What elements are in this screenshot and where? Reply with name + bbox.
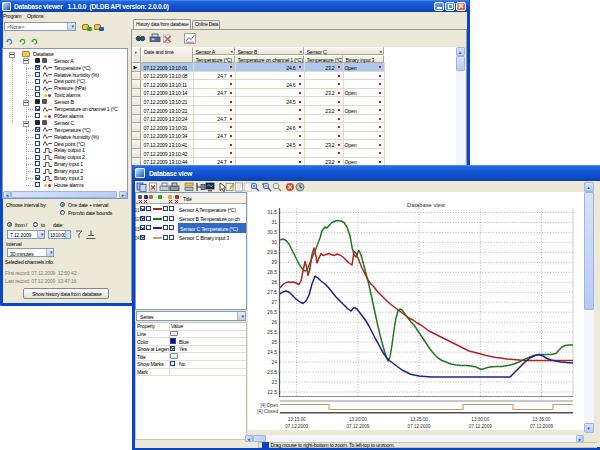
svg-text:27: 27: [271, 299, 277, 305]
svg-text:07.12.2009: 07.12.2009: [346, 424, 369, 429]
svg-text:22.5: 22.5: [267, 389, 277, 395]
svg-text:07.12.2009: 07.12.2009: [408, 424, 431, 429]
svg-text:Database view: Database view: [407, 202, 446, 208]
svg-text:23.5: 23.5: [267, 369, 277, 375]
svg-text:25: 25: [271, 339, 277, 345]
svg-text:13:15:00: 13:15:00: [288, 417, 306, 422]
svg-text:23: 23: [271, 379, 277, 385]
svg-text:07.12.2009: 07.12.2009: [530, 424, 553, 429]
svg-text:[4] Open: [4] Open: [260, 403, 278, 408]
svg-text:28.5: 28.5: [267, 269, 277, 275]
svg-text:26: 26: [271, 319, 277, 325]
svg-text:31: 31: [271, 219, 277, 225]
svg-text:07.12.2009: 07.12.2009: [285, 424, 308, 429]
svg-text:[4] Closed: [4] Closed: [257, 409, 278, 414]
svg-text:24: 24: [271, 359, 277, 365]
svg-text:29: 29: [271, 259, 277, 265]
svg-text:25.5: 25.5: [267, 329, 277, 335]
svg-text:26.5: 26.5: [267, 309, 277, 315]
svg-text:13:35:00: 13:35:00: [533, 417, 551, 422]
svg-text:31.5: 31.5: [267, 209, 277, 215]
svg-text:13:25:00: 13:25:00: [410, 417, 428, 422]
svg-text:07.12.2009: 07.12.2009: [469, 424, 492, 429]
svg-text:28: 28: [271, 279, 277, 285]
svg-text:13:30:00: 13:30:00: [471, 417, 489, 422]
svg-text:30: 30: [271, 239, 277, 245]
svg-text:27.5: 27.5: [267, 289, 277, 295]
svg-text:29.5: 29.5: [267, 249, 277, 255]
svg-text:13:20:00: 13:20:00: [349, 417, 367, 422]
svg-text:30.5: 30.5: [267, 229, 277, 235]
svg-text:24.5: 24.5: [267, 349, 277, 355]
